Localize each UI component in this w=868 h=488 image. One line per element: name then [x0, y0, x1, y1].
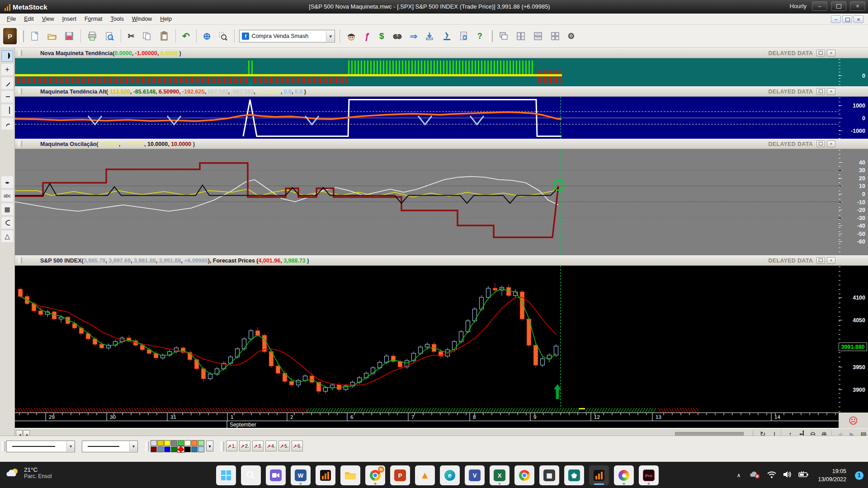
toolbar-grip[interactable]: [20, 30, 24, 42]
combobox-dropdown-arrow[interactable]: ▾: [326, 31, 335, 42]
print-preview-button[interactable]: [101, 29, 118, 43]
panel-close-button[interactable]: ×: [827, 50, 835, 56]
taskbar-icon-chess[interactable]: ♚: [564, 465, 584, 485]
pattern-tool[interactable]: ▦: [1, 203, 13, 215]
trend-template-button-4[interactable]: ↗4.: [265, 441, 277, 451]
panel-grip[interactable]: [19, 50, 22, 56]
crosshair-button[interactable]: ⊕: [200, 29, 214, 43]
save-button[interactable]: [61, 29, 77, 43]
taskbar-icon-visio[interactable]: V: [465, 465, 485, 485]
panel-restore-button[interactable]: [816, 141, 825, 147]
date-axis[interactable]: 293031126789121314September ☹: [15, 413, 868, 428]
taskbar-icon-metastock[interactable]: [316, 465, 335, 485]
dropdown-arrow-icon[interactable]: ▾: [66, 441, 75, 451]
oscilacao-value-axis[interactable]: 403020100-10-20-30-40-50-60: [839, 149, 868, 255]
trend-template-button-6[interactable]: ↗6.: [292, 441, 303, 451]
panel-grip[interactable]: [19, 258, 22, 263]
child-minimize-button[interactable]: –: [831, 15, 841, 23]
power-console-icon[interactable]: P: [3, 28, 17, 44]
palette-color-1-2[interactable]: [164, 446, 170, 452]
panel-restore-button[interactable]: [816, 257, 825, 264]
battery-icon[interactable]: [798, 470, 809, 480]
chart-sp500-candles[interactable]: [15, 266, 839, 413]
cascade-windows-button[interactable]: [495, 29, 512, 43]
palette-color-0-0[interactable]: [151, 440, 157, 446]
line-weight-dropdown[interactable]: ▾: [82, 441, 138, 452]
taskbar-icon-explorer[interactable]: [340, 465, 360, 485]
palette-color-0-6[interactable]: [191, 440, 198, 446]
crosshair-plus-tool[interactable]: +: [1, 64, 13, 75]
menu-item-view[interactable]: View: [38, 14, 58, 23]
toolbar2-grip[interactable]: [221, 441, 224, 451]
explorer-button[interactable]: [343, 29, 359, 43]
panel-close-button[interactable]: ×: [827, 257, 835, 264]
taskbar-icon-excel[interactable]: X: [490, 465, 509, 485]
palette-color-0-4[interactable]: [178, 440, 184, 446]
help-pointer-button[interactable]: ?: [473, 29, 486, 43]
palette-color-1-3[interactable]: [171, 446, 177, 452]
maximize-button[interactable]: [831, 1, 846, 11]
zoom-select-button[interactable]: [215, 29, 231, 43]
palette-color-1-6[interactable]: [191, 446, 198, 452]
downloader-button[interactable]: [421, 29, 438, 43]
tile-vertical-button[interactable]: [513, 29, 529, 43]
weather-widget[interactable]: 21°CParc. Ensol: [6, 466, 52, 479]
palette-dropdown-button[interactable]: ▾: [206, 441, 213, 451]
panel-grip[interactable]: [19, 141, 22, 147]
microscope-button[interactable]: [439, 29, 455, 43]
trend-template-button-2[interactable]: ↗2.: [239, 441, 250, 451]
indicator-builder-button[interactable]: ƒ: [360, 29, 374, 43]
taskbar-icon-vlc[interactable]: ▲: [415, 465, 435, 485]
panel-grip[interactable]: [19, 89, 22, 94]
panel-close-button[interactable]: ×: [827, 88, 835, 95]
taskbar-icon-video-app[interactable]: [266, 465, 286, 485]
curve-tool[interactable]: [1, 118, 13, 130]
wifi-icon[interactable]: [767, 470, 777, 480]
tile-horizontal-button[interactable]: [530, 29, 546, 43]
copy-button[interactable]: [139, 29, 155, 43]
onedrive-error-icon[interactable]: [749, 470, 761, 481]
toolbar2-grip[interactable]: [2, 441, 5, 451]
new-chart-button[interactable]: [27, 29, 43, 43]
trend-template-button-1[interactable]: ↗1.: [226, 441, 237, 451]
taskbar-icon-edge[interactable]: e: [440, 465, 460, 485]
menu-item-format[interactable]: Format: [80, 14, 107, 23]
palette-color-0-1[interactable]: [157, 440, 164, 446]
palette-color-1-1[interactable]: [157, 446, 164, 452]
tray-chevron-icon[interactable]: ∧: [734, 472, 744, 479]
print-button[interactable]: [84, 29, 100, 43]
ellipse-tool[interactable]: [1, 217, 13, 229]
trend-template-button-5[interactable]: ↗5.: [278, 441, 290, 451]
scroll-arrows-tool[interactable]: ◂▸: [1, 176, 13, 188]
taskbar-icon-chrome[interactable]: [514, 465, 534, 485]
chart-scrollbar[interactable]: ◂▸↻I↕⊖⊕◀▶▤: [15, 428, 868, 436]
cut-button[interactable]: ✂: [124, 29, 138, 43]
taskbar-icon-start[interactable]: [216, 465, 236, 485]
palette-color-0-7[interactable]: [198, 440, 204, 446]
palette-color-1-7[interactable]: [198, 446, 204, 452]
panel-restore-button[interactable]: [816, 50, 825, 56]
layout-combobox[interactable]: fCompra Venda Smash▾: [239, 30, 335, 42]
trend-template-button-3[interactable]: ↗3.: [252, 441, 264, 451]
palette-color-1-0[interactable]: [151, 446, 157, 452]
chart-tendencia[interactable]: [15, 58, 839, 86]
taskbar-icon-search[interactable]: [241, 465, 261, 485]
chart-tendencia-alt[interactable]: [15, 97, 839, 139]
palette-color-1-5[interactable]: [184, 446, 191, 452]
close-button[interactable]: ×: [850, 1, 865, 11]
line-style-dropdown[interactable]: ▾: [6, 441, 75, 452]
toolbar-grip[interactable]: [489, 30, 493, 42]
horizontal-line-tool[interactable]: [1, 91, 13, 103]
menu-item-insert[interactable]: Insert: [58, 14, 80, 23]
menu-item-tools[interactable]: Tools: [106, 14, 127, 23]
tendencia-value-axis[interactable]: 0: [839, 58, 868, 86]
pointer-tool[interactable]: [1, 50, 13, 62]
text-tool[interactable]: abc: [1, 190, 13, 202]
taskbar-icon-paint[interactable]: [614, 465, 634, 485]
system-tester-button[interactable]: $: [375, 29, 388, 43]
palette-color-1-4[interactable]: [178, 446, 184, 452]
price-axis[interactable]: 41004050395039003991.880: [839, 266, 868, 413]
child-close-button[interactable]: ×: [854, 15, 863, 23]
toolbar2-grip[interactable]: [146, 441, 149, 451]
volume-icon[interactable]: [783, 470, 793, 480]
